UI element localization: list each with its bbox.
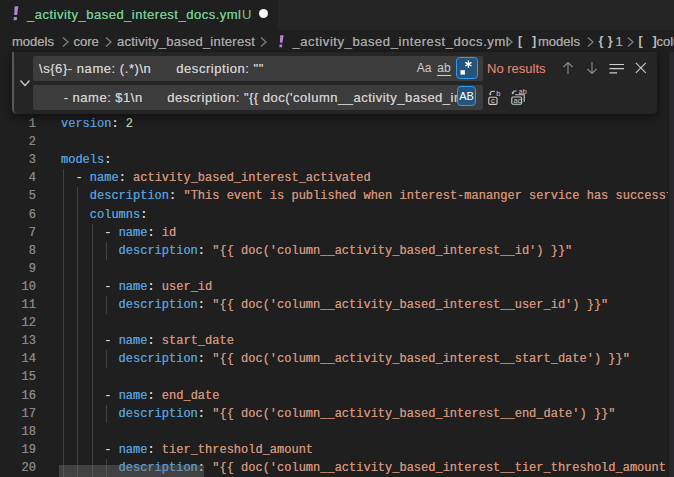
svg-text:b: b <box>496 89 500 98</box>
svg-text:ab: ab <box>519 88 527 95</box>
svg-text:ac: ac <box>514 96 522 105</box>
svg-text:c: c <box>491 96 495 105</box>
